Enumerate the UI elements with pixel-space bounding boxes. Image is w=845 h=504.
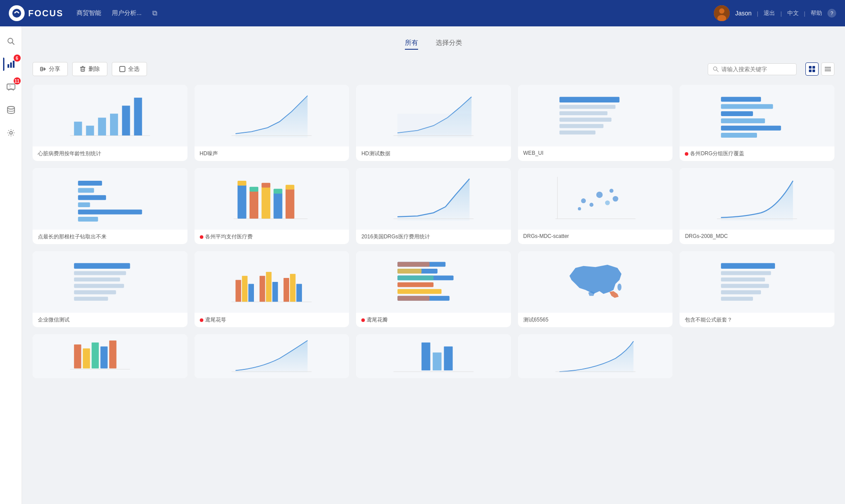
card-8[interactable]: 2016美国DRGs医疗费用统计 (356, 168, 511, 244)
card-title-6: 点最长的那根柱子钻取出不来 (33, 230, 187, 244)
tab-category[interactable]: 选择分类 (436, 37, 462, 50)
svg-rect-101 (397, 282, 434, 287)
card-preview-3 (356, 85, 511, 146)
sidebar-settings-btn[interactable] (3, 125, 19, 141)
select-all-button[interactable]: 全选 (112, 62, 147, 76)
tab-all[interactable]: 所有 (405, 37, 418, 50)
svg-rect-121 (444, 346, 453, 370)
svg-rect-79 (74, 263, 130, 269)
lang-link[interactable]: 中文 (787, 9, 799, 17)
card-bottom-3[interactable] (356, 334, 511, 378)
grid-view-button[interactable] (805, 62, 819, 76)
svg-rect-111 (721, 297, 753, 301)
svg-rect-114 (92, 342, 99, 368)
svg-rect-45 (721, 97, 761, 102)
share-button[interactable]: 分享 (33, 62, 68, 76)
svg-rect-109 (721, 284, 769, 288)
sidebar-messages-btn[interactable]: ? 11 (3, 79, 19, 95)
svg-rect-34 (134, 98, 142, 135)
card-10[interactable]: DRGs-2008_MDC (680, 168, 834, 244)
svg-point-71 (609, 189, 613, 193)
svg-rect-112 (74, 344, 81, 369)
card-preview-1 (33, 85, 187, 146)
card-5[interactable]: 各州DRG分组医疗覆盖 (680, 85, 834, 161)
svg-rect-7 (10, 62, 12, 68)
card-14[interactable]: 测试65565 (518, 251, 673, 327)
card-bottom-2[interactable] (195, 334, 349, 378)
svg-rect-84 (74, 297, 108, 301)
card-6[interactable]: 点最长的那根柱子钻取出不来 (33, 168, 187, 244)
card-preview-11 (33, 251, 187, 313)
svg-rect-37 (397, 113, 471, 135)
svg-rect-8 (13, 61, 15, 68)
reports-badge: 6 (14, 55, 21, 62)
svg-rect-120 (433, 352, 441, 370)
search-box[interactable] (708, 63, 797, 75)
svg-rect-66 (286, 185, 294, 190)
svg-rect-57 (238, 185, 246, 219)
nav-item-user-analysis[interactable]: 用户分析... (112, 7, 142, 19)
nav-item-commerce[interactable]: 商贸智能 (77, 7, 101, 19)
svg-rect-65 (286, 189, 294, 219)
card-11[interactable]: 企业微信测试 (33, 251, 187, 327)
card-3[interactable]: HD测试数据 (356, 85, 511, 161)
card-preview-9 (518, 168, 673, 230)
svg-rect-90 (272, 282, 278, 302)
svg-point-70 (596, 192, 603, 198)
logout-link[interactable]: 退出 (764, 9, 775, 17)
svg-rect-106 (721, 263, 775, 269)
svg-point-0 (12, 9, 21, 18)
svg-rect-51 (78, 181, 102, 186)
card-15[interactable]: 包含不能公式嵌套？ (680, 251, 834, 327)
card-9[interactable]: DRGs-MDC-scatter (518, 168, 673, 244)
svg-rect-63 (274, 193, 283, 219)
sidebar-reports-btn[interactable]: 6 (3, 56, 19, 72)
card-bottom-1[interactable] (33, 334, 187, 378)
card-13[interactable]: 鸢尾花瓣 (356, 251, 511, 327)
card-2[interactable]: HD噪声 (195, 85, 349, 161)
sidebar-search-btn[interactable] (3, 33, 19, 49)
svg-rect-102 (397, 289, 441, 294)
red-dot-5 (685, 152, 688, 156)
svg-point-2 (719, 8, 724, 14)
svg-point-73 (613, 196, 618, 202)
external-link-icon[interactable]: ⧉ (152, 9, 157, 17)
svg-rect-24 (809, 69, 812, 72)
svg-rect-108 (721, 278, 765, 281)
help-link[interactable]: 帮助 (811, 9, 822, 17)
svg-rect-64 (274, 189, 283, 194)
user-name: Jason (735, 10, 751, 17)
svg-rect-110 (721, 290, 761, 294)
sidebar-database-btn[interactable] (3, 102, 19, 118)
card-title-9: DRGs-MDC-scatter (518, 230, 673, 243)
help-icon[interactable]: ? (827, 9, 836, 18)
main-content: 所有 选择分类 分享 删除 全选 (22, 26, 845, 504)
list-view-button[interactable] (821, 62, 834, 76)
card-7[interactable]: 各州平均支付医疗费 (195, 168, 349, 244)
card-4[interactable]: WEB_UI (518, 85, 673, 161)
svg-rect-85 (236, 280, 242, 302)
svg-point-11 (7, 106, 15, 109)
avatar (714, 5, 730, 21)
svg-line-5 (12, 43, 14, 45)
svg-rect-98 (397, 269, 422, 274)
delete-button[interactable]: 删除 (72, 62, 107, 76)
svg-rect-49 (721, 126, 781, 131)
card-title-4: WEB_UI (518, 146, 673, 160)
svg-rect-87 (249, 284, 254, 302)
svg-rect-89 (266, 272, 272, 302)
svg-rect-14 (81, 67, 84, 71)
card-preview-7 (195, 168, 349, 230)
card-title-10: DRGs-2008_MDC (680, 230, 834, 243)
svg-rect-43 (559, 124, 603, 128)
cards-grid: 心脏病费用按年龄性别统计 HD噪声 (33, 85, 834, 327)
card-12[interactable]: 鸢尾花萼 (195, 251, 349, 327)
card-bottom-4[interactable] (518, 334, 673, 378)
search-input[interactable] (721, 66, 792, 73)
toolbar: 分享 删除 全选 (33, 62, 834, 76)
svg-rect-50 (721, 133, 757, 138)
card-1[interactable]: 心脏病费用按年龄性别统计 (33, 85, 187, 161)
card-preview-15 (680, 251, 834, 313)
svg-rect-86 (242, 276, 248, 302)
card-title-3: HD测试数据 (356, 146, 511, 161)
